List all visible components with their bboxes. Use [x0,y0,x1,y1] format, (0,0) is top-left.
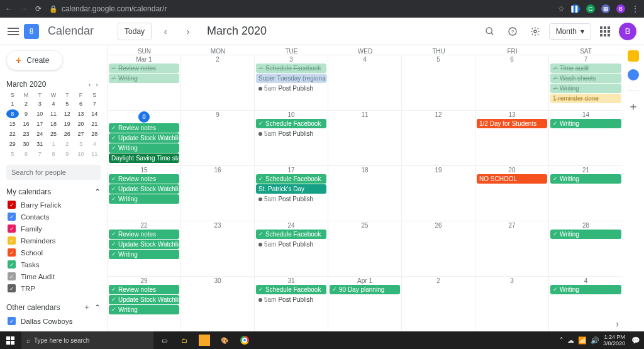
mini-day-cell[interactable]: 24 [33,130,46,138]
calendar-checkbox[interactable]: ✓ [8,201,16,209]
day-cell[interactable]: 27 [475,221,549,276]
show-side-panel-icon[interactable]: › [616,319,619,329]
calendar-event[interactable]: 5amPost Publish [256,240,326,249]
day-cell[interactable]: 12 [402,111,475,165]
chrome-icon[interactable] [235,331,254,349]
mini-day-cell[interactable]: 8 [47,150,60,158]
day-cell[interactable]: 18 [328,166,402,221]
task-view-icon[interactable]: ▭ [155,331,174,349]
calendar-event[interactable]: 5amPost Publish [256,295,326,304]
mini-day-cell[interactable]: 21 [88,119,101,128]
calendar-event[interactable]: Daylight Saving Time starts [109,153,179,163]
calendar-list-item[interactable]: ✓TRP [6,282,101,294]
browser-menu-icon[interactable]: ⋮ [631,4,639,13]
mini-day-cell[interactable]: 10 [75,150,87,158]
calendar-event[interactable]: Super Tuesday (regional holiday) [256,74,326,83]
mini-day-cell[interactable]: 1 [6,99,19,108]
search-people-input[interactable]: Search for people [6,165,101,180]
mini-day-cell[interactable]: 26 [61,130,74,138]
calendar-event[interactable]: ✓90 Day planning [330,285,400,294]
day-cell[interactable]: 23 [181,221,255,276]
day-cell[interactable]: 11 [328,111,402,165]
day-cell[interactable]: 28✓Writing [549,221,623,276]
mini-day-cell[interactable]: 10 [33,109,46,118]
taskbar-clock[interactable]: 1:24 PM 3/8/2020 [603,334,628,346]
ext-icon-3[interactable]: ▦ [601,4,610,13]
create-button[interactable]: Create [6,50,63,70]
calendar-event[interactable]: ✓Schedule Facebook [256,230,326,239]
mini-day-cell[interactable]: 7 [88,99,101,108]
calendar-event[interactable]: ✓Writing [550,230,621,239]
day-cell[interactable]: 131/2 Day for Students [475,111,549,165]
calendar-event[interactable]: ✓Schedule Facebook [256,174,326,184]
google-apps-icon[interactable] [596,23,614,40]
mini-day-cell[interactable]: 5 [6,150,19,158]
calendar-event[interactable]: 5amPost Publish [256,194,326,204]
calendar-checkbox[interactable]: ✓ [8,224,16,233]
calendar-event[interactable]: ✓Review notes [109,174,179,184]
mini-day-cell[interactable]: 31 [33,140,46,148]
calendar-event[interactable]: ✓Writing [109,74,179,83]
day-cell[interactable]: 4✓Writing [549,277,623,331]
day-cell[interactable]: Apr 1✓90 Day planning [328,277,402,331]
account-avatar[interactable]: B [619,23,636,40]
day-cell[interactable]: 14✓Writing [549,111,623,165]
day-cell[interactable]: 10✓Schedule Facebook5amPost Publish [255,111,328,165]
calendar-event[interactable]: ✓Writing [550,285,621,294]
day-cell[interactable]: 30 [181,277,255,331]
calendar-list-item[interactable]: ✓Dallas Cowboys [6,315,101,327]
calendar-event[interactable]: ✓Review notes [109,64,179,73]
calendar-event[interactable]: ✓Writing [550,84,621,93]
mini-day-cell[interactable]: 7 [33,150,46,158]
calendar-list-item[interactable]: ✓Reminders [6,235,101,247]
calendar-event[interactable]: ✓Review notes [109,285,179,294]
mini-day-cell[interactable]: 23 [20,130,33,138]
calendar-event[interactable]: ✓Writing [550,174,621,184]
mini-day-cell[interactable]: 11 [47,109,60,118]
browser-reload-icon[interactable]: ⟳ [35,4,42,13]
calendar-event[interactable]: 1/2 Day for Students [477,119,547,128]
mini-calendar[interactable]: SMTWTFS123456789101112131415161718192021… [6,92,101,158]
calendar-list-item[interactable]: ✓School [6,247,101,258]
mini-day-cell[interactable]: 6 [75,99,87,108]
mini-day-cell[interactable]: 30 [20,140,33,148]
mini-day-cell[interactable]: 3 [75,140,87,148]
mini-day-cell[interactable]: 14 [88,109,101,118]
day-cell[interactable]: 8✓Review notes✓Update Stock Watchlist✓Wr… [108,111,181,165]
calendar-event[interactable]: ✓Update Stock Watchlist [109,184,179,194]
day-cell[interactable]: 3✓Schedule FacebookSuper Tuesday (region… [255,55,328,110]
calendar-checkbox[interactable]: ✓ [8,260,16,269]
mini-day-cell[interactable]: 3 [33,99,46,108]
mini-day-cell[interactable]: 19 [61,119,74,128]
mini-day-cell[interactable]: 8 [6,109,19,118]
calendar-list-item[interactable]: ✓Tasks [6,258,101,270]
main-menu-icon[interactable] [8,28,19,35]
calendar-checkbox[interactable]: ✓ [8,284,16,292]
mini-day-cell[interactable]: 28 [88,130,101,138]
mini-prev-button[interactable]: ‹ [86,79,94,89]
calendar-checkbox[interactable]: ✓ [8,236,16,245]
day-cell[interactable]: 4 [328,55,402,110]
calendar-event[interactable]: 5amPost Publish [256,84,326,93]
day-cell[interactable]: 21✓Writing [549,166,623,221]
calendar-event[interactable]: ✓Writing [109,143,179,153]
volume-icon[interactable]: 🔊 [591,336,599,345]
ext-icon-1[interactable]: ▌▌ [571,4,580,13]
keep-icon[interactable] [628,50,639,62]
calendar-event[interactable]: ✓Update Stock Watchlist [109,295,179,304]
file-explorer-icon[interactable]: 🗀 [175,331,194,349]
mini-day-cell[interactable]: 9 [20,109,33,118]
next-period-button[interactable]: › [179,23,197,40]
day-cell[interactable]: 24✓Schedule Facebook5amPost Publish [255,221,328,276]
notifications-icon[interactable]: 💬 [631,336,640,345]
wifi-icon[interactable]: 📶 [578,336,587,345]
day-cell[interactable]: 31✓Schedule Facebook5amPost Publish [255,277,328,331]
calendar-event[interactable]: ✓Writing [550,119,621,128]
day-cell[interactable]: 25 [328,221,402,276]
search-icon[interactable] [481,23,499,40]
add-other-calendar-icon[interactable]: ＋ [83,302,91,313]
calendar-event[interactable]: ✓Review notes [109,230,179,239]
mini-day-cell[interactable]: 17 [33,119,46,128]
mini-day-cell[interactable]: 2 [61,140,74,148]
start-button[interactable] [0,331,20,349]
